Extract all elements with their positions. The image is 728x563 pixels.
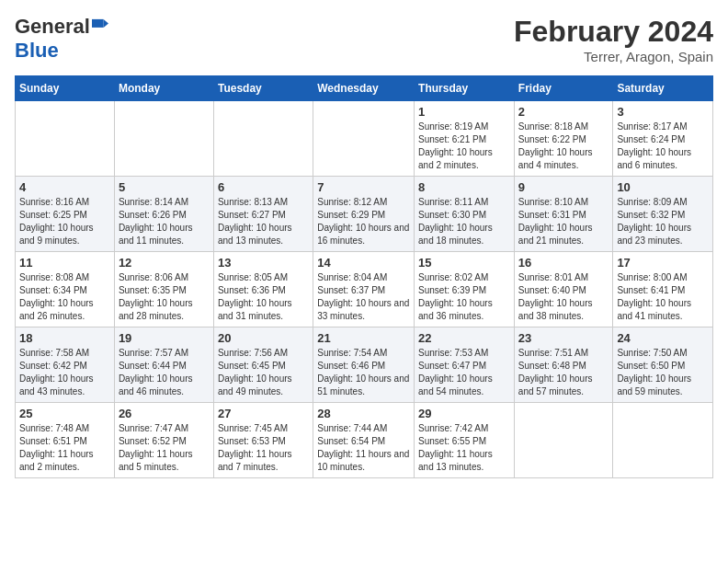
day-info: Sunrise: 7:51 AM Sunset: 6:48 PM Dayligh… [518, 347, 609, 398]
day-number: 1 [418, 105, 510, 119]
svg-marker-1 [104, 19, 108, 28]
day-number: 20 [218, 331, 309, 345]
calendar-cell: 21Sunrise: 7:54 AM Sunset: 6:46 PM Dayli… [313, 327, 415, 403]
calendar-cell: 6Sunrise: 8:13 AM Sunset: 6:27 PM Daylig… [213, 177, 313, 252]
calendar-cell: 29Sunrise: 7:42 AM Sunset: 6:55 PM Dayli… [415, 403, 515, 478]
calendar-cell: 20Sunrise: 7:56 AM Sunset: 6:45 PM Dayli… [213, 327, 313, 403]
day-number: 8 [418, 180, 510, 194]
calendar-cell: 24Sunrise: 7:50 AM Sunset: 6:50 PM Dayli… [613, 327, 713, 403]
day-number: 22 [418, 331, 510, 345]
calendar-cell: 5Sunrise: 8:14 AM Sunset: 6:26 PM Daylig… [114, 177, 213, 252]
calendar-cell [213, 101, 313, 177]
day-info: Sunrise: 7:44 AM Sunset: 6:54 PM Dayligh… [317, 422, 410, 474]
calendar-cell: 17Sunrise: 8:00 AM Sunset: 6:41 PM Dayli… [613, 252, 713, 327]
day-number: 21 [317, 331, 410, 345]
logo-flag-icon [92, 18, 108, 35]
day-number: 10 [617, 180, 709, 194]
day-info: Sunrise: 8:18 AM Sunset: 6:22 PM Dayligh… [518, 121, 609, 172]
calendar-cell: 9Sunrise: 8:10 AM Sunset: 6:31 PM Daylig… [514, 177, 613, 252]
day-info: Sunrise: 8:04 AM Sunset: 6:37 PM Dayligh… [317, 271, 410, 323]
calendar-cell: 16Sunrise: 8:01 AM Sunset: 6:40 PM Dayli… [514, 252, 613, 327]
day-number: 3 [617, 105, 709, 119]
day-info: Sunrise: 7:53 AM Sunset: 6:47 PM Dayligh… [418, 347, 510, 398]
day-info: Sunrise: 8:05 AM Sunset: 6:36 PM Dayligh… [218, 271, 309, 323]
day-info: Sunrise: 7:54 AM Sunset: 6:46 PM Dayligh… [317, 347, 410, 398]
location: Terrer, Aragon, Spain [514, 49, 713, 64]
day-info: Sunrise: 8:06 AM Sunset: 6:35 PM Dayligh… [119, 271, 210, 323]
calendar-table: SundayMondayTuesdayWednesdayThursdayFrid… [15, 75, 713, 478]
calendar-cell: 13Sunrise: 8:05 AM Sunset: 6:36 PM Dayli… [213, 252, 313, 327]
day-number: 15 [418, 256, 510, 270]
calendar-header-row: SundayMondayTuesdayWednesdayThursdayFrid… [16, 76, 713, 101]
calendar-cell: 2Sunrise: 8:18 AM Sunset: 6:22 PM Daylig… [514, 101, 613, 177]
calendar-week-2: 4Sunrise: 8:16 AM Sunset: 6:25 PM Daylig… [16, 177, 713, 252]
calendar-week-1: 1Sunrise: 8:19 AM Sunset: 6:21 PM Daylig… [16, 101, 713, 177]
day-info: Sunrise: 8:02 AM Sunset: 6:39 PM Dayligh… [418, 271, 510, 323]
day-info: Sunrise: 8:17 AM Sunset: 6:24 PM Dayligh… [617, 121, 709, 172]
column-header-wednesday: Wednesday [313, 76, 415, 101]
calendar-week-3: 11Sunrise: 8:08 AM Sunset: 6:34 PM Dayli… [16, 252, 713, 327]
day-number: 25 [19, 407, 110, 420]
day-info: Sunrise: 8:12 AM Sunset: 6:29 PM Dayligh… [317, 196, 410, 247]
day-info: Sunrise: 7:42 AM Sunset: 6:55 PM Dayligh… [418, 422, 510, 474]
day-info: Sunrise: 8:19 AM Sunset: 6:21 PM Dayligh… [418, 121, 510, 172]
day-number: 27 [218, 407, 309, 420]
calendar-cell: 23Sunrise: 7:51 AM Sunset: 6:48 PM Dayli… [514, 327, 613, 403]
calendar-week-4: 18Sunrise: 7:58 AM Sunset: 6:42 PM Dayli… [16, 327, 713, 403]
day-number: 13 [218, 256, 309, 270]
day-info: Sunrise: 7:45 AM Sunset: 6:53 PM Dayligh… [218, 422, 309, 474]
day-number: 6 [218, 180, 309, 194]
title-block: February 2024 Terrer, Aragon, Spain [514, 15, 713, 64]
calendar-cell: 1Sunrise: 8:19 AM Sunset: 6:21 PM Daylig… [415, 101, 515, 177]
day-info: Sunrise: 8:08 AM Sunset: 6:34 PM Dayligh… [19, 271, 110, 323]
calendar-cell: 4Sunrise: 8:16 AM Sunset: 6:25 PM Daylig… [16, 177, 115, 252]
calendar-cell: 8Sunrise: 8:11 AM Sunset: 6:30 PM Daylig… [415, 177, 515, 252]
day-info: Sunrise: 7:58 AM Sunset: 6:42 PM Dayligh… [19, 347, 110, 398]
calendar-cell: 19Sunrise: 7:57 AM Sunset: 6:44 PM Dayli… [114, 327, 213, 403]
page-header: General Blue February 2024 Terrer, Arago… [15, 15, 713, 64]
month-title: February 2024 [514, 15, 713, 49]
calendar-cell [114, 101, 213, 177]
calendar-cell: 27Sunrise: 7:45 AM Sunset: 6:53 PM Dayli… [213, 403, 313, 478]
day-info: Sunrise: 7:50 AM Sunset: 6:50 PM Dayligh… [617, 347, 709, 398]
calendar-cell: 14Sunrise: 8:04 AM Sunset: 6:37 PM Dayli… [313, 252, 415, 327]
day-info: Sunrise: 8:09 AM Sunset: 6:32 PM Dayligh… [617, 196, 709, 247]
calendar-cell: 7Sunrise: 8:12 AM Sunset: 6:29 PM Daylig… [313, 177, 415, 252]
day-number: 23 [518, 331, 609, 345]
day-number: 26 [119, 407, 210, 420]
column-header-saturday: Saturday [613, 76, 713, 101]
calendar-cell: 12Sunrise: 8:06 AM Sunset: 6:35 PM Dayli… [114, 252, 213, 327]
calendar-cell: 10Sunrise: 8:09 AM Sunset: 6:32 PM Dayli… [613, 177, 713, 252]
column-header-thursday: Thursday [415, 76, 515, 101]
day-info: Sunrise: 7:47 AM Sunset: 6:52 PM Dayligh… [119, 422, 210, 474]
day-number: 24 [617, 331, 709, 345]
day-info: Sunrise: 8:00 AM Sunset: 6:41 PM Dayligh… [617, 271, 709, 323]
day-number: 2 [518, 105, 609, 119]
svg-marker-0 [92, 19, 104, 28]
day-info: Sunrise: 7:57 AM Sunset: 6:44 PM Dayligh… [119, 347, 210, 398]
day-number: 12 [119, 256, 210, 270]
calendar-cell: 11Sunrise: 8:08 AM Sunset: 6:34 PM Dayli… [16, 252, 115, 327]
day-number: 28 [317, 407, 410, 420]
logo: General Blue [15, 15, 108, 63]
column-header-monday: Monday [114, 76, 213, 101]
day-info: Sunrise: 8:01 AM Sunset: 6:40 PM Dayligh… [518, 271, 609, 323]
day-number: 5 [119, 180, 210, 194]
calendar-cell: 28Sunrise: 7:44 AM Sunset: 6:54 PM Dayli… [313, 403, 415, 478]
calendar-cell [16, 101, 115, 177]
day-number: 16 [518, 256, 609, 270]
day-info: Sunrise: 7:48 AM Sunset: 6:51 PM Dayligh… [19, 422, 110, 474]
calendar-week-5: 25Sunrise: 7:48 AM Sunset: 6:51 PM Dayli… [16, 403, 713, 478]
calendar-cell: 3Sunrise: 8:17 AM Sunset: 6:24 PM Daylig… [613, 101, 713, 177]
day-number: 4 [19, 180, 110, 194]
day-info: Sunrise: 7:56 AM Sunset: 6:45 PM Dayligh… [218, 347, 309, 398]
day-number: 14 [317, 256, 410, 270]
calendar-cell: 22Sunrise: 7:53 AM Sunset: 6:47 PM Dayli… [415, 327, 515, 403]
day-number: 11 [19, 256, 110, 270]
logo-general: General [15, 15, 90, 39]
column-header-sunday: Sunday [16, 76, 115, 101]
column-header-tuesday: Tuesday [213, 76, 313, 101]
calendar-cell [514, 403, 613, 478]
logo-blue: Blue [15, 39, 59, 62]
day-number: 9 [518, 180, 609, 194]
